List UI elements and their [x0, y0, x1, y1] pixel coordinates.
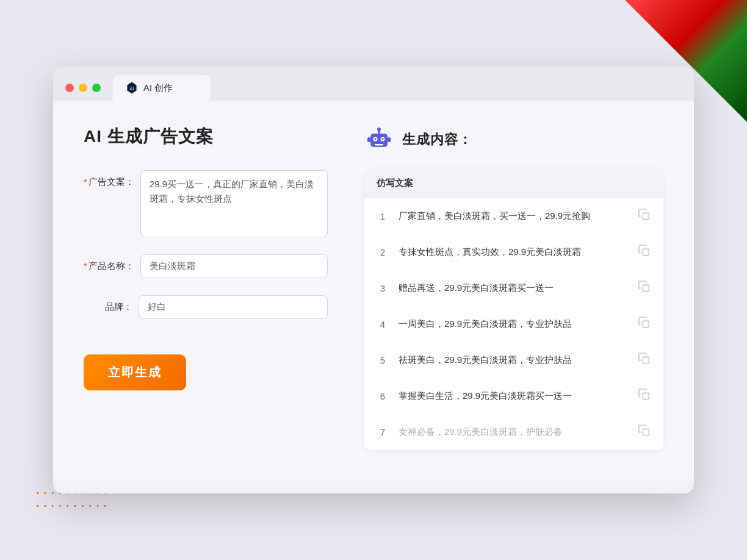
result-header: 生成内容：: [364, 125, 663, 154]
svg-rect-12: [643, 213, 649, 219]
row-number: 1: [377, 211, 389, 221]
table-row: 3赠品再送，29.9元美白淡斑霜买一送一: [364, 270, 663, 306]
page-title: AI 生成广告文案: [84, 125, 328, 148]
copy-icon[interactable]: [638, 208, 651, 224]
svg-rect-10: [367, 137, 370, 142]
tab-label: AI 创作: [143, 82, 173, 94]
copy-icon[interactable]: [638, 244, 651, 260]
table-row: 7女神必备，29.9元美白淡斑霜，护肤必备: [364, 414, 663, 450]
copy-icon[interactable]: [638, 388, 651, 404]
table-row: 6掌握美白生活，29.9元美白淡斑霜买一送一: [364, 378, 663, 414]
row-text: 祛斑美白，29.9元美白淡斑霜，专业护肤品: [399, 353, 628, 367]
robot-icon: [364, 125, 394, 154]
product-required: *: [84, 260, 87, 271]
row-number: 3: [377, 283, 389, 293]
product-name-input[interactable]: [140, 254, 328, 278]
product-name-label: *产品名称：: [84, 254, 134, 272]
table-header: 仿写文案: [364, 169, 663, 198]
copy-icon[interactable]: [638, 424, 651, 440]
svg-rect-17: [643, 393, 649, 399]
row-text: 一周美白，29.9元美白淡斑霜，专业护肤品: [399, 317, 628, 331]
product-name-form-group: *产品名称：: [84, 254, 328, 278]
result-rows-container: 1厂家直销，美白淡斑霜，买一送一，29.9元抢购 2专抹女性斑点，真实功效，29…: [364, 198, 663, 450]
result-title: 生成内容：: [402, 131, 472, 149]
window-controls: [65, 84, 101, 101]
left-panel: AI 生成广告文案 *广告文案： *产品名称： 品牌： 立: [84, 125, 328, 454]
brand-form-group: 品牌：: [84, 295, 328, 319]
svg-rect-14: [643, 285, 649, 291]
svg-rect-18: [643, 429, 649, 435]
row-text: 女神必备，29.9元美白淡斑霜，护肤必备: [399, 425, 628, 439]
svg-text:AI: AI: [129, 86, 134, 92]
generate-button[interactable]: 立即生成: [84, 354, 186, 390]
row-number: 6: [377, 391, 389, 401]
svg-point-6: [382, 138, 384, 140]
ad-copy-input[interactable]: [140, 170, 328, 237]
row-number: 4: [377, 319, 389, 329]
browser-chrome: AI AI 创作: [53, 66, 694, 101]
ad-copy-label: *广告文案：: [84, 170, 134, 188]
maximize-button[interactable]: [92, 84, 101, 92]
result-table: 仿写文案 1厂家直销，美白淡斑霜，买一送一，29.9元抢购 2专抹女性斑点，真实…: [364, 169, 663, 450]
brand-label: 品牌：: [84, 295, 132, 313]
svg-rect-16: [643, 357, 649, 363]
row-number: 2: [377, 247, 389, 257]
close-button[interactable]: [65, 84, 74, 92]
row-text: 赠品再送，29.9元美白淡斑霜买一送一: [399, 281, 628, 295]
svg-point-5: [375, 138, 377, 140]
row-number: 7: [377, 427, 389, 437]
ad-copy-form-group: *广告文案：: [84, 170, 328, 237]
copy-icon[interactable]: [638, 352, 651, 368]
row-text: 专抹女性斑点，真实功效，29.9元美白淡斑霜: [399, 245, 628, 259]
minimize-button[interactable]: [79, 84, 87, 92]
table-row: 4一周美白，29.9元美白淡斑霜，专业护肤品: [364, 306, 663, 342]
copy-icon[interactable]: [638, 280, 651, 296]
right-panel: 生成内容： 仿写文案 1厂家直销，美白淡斑霜，买一送一，29.9元抢购 2专抹女…: [364, 125, 663, 454]
row-number: 5: [377, 355, 389, 365]
svg-rect-11: [388, 137, 391, 142]
ad-copy-required: *: [84, 176, 87, 187]
svg-rect-15: [643, 321, 649, 327]
browser-window: AI AI 创作 AI 生成广告文案 *广告文案： *产品名称：: [53, 66, 694, 494]
svg-rect-7: [375, 144, 383, 146]
table-row: 5祛斑美白，29.9元美白淡斑霜，专业护肤品: [364, 342, 663, 378]
table-row: 2专抹女性斑点，真实功效，29.9元美白淡斑霜: [364, 234, 663, 270]
table-row: 1厂家直销，美白淡斑霜，买一送一，29.9元抢购: [364, 198, 663, 234]
row-text: 厂家直销，美白淡斑霜，买一送一，29.9元抢购: [399, 209, 628, 223]
svg-point-9: [377, 127, 381, 131]
svg-rect-13: [643, 249, 649, 255]
row-text: 掌握美白生活，29.9元美白淡斑霜买一送一: [399, 389, 628, 403]
brand-input[interactable]: [139, 295, 328, 319]
copy-icon[interactable]: [638, 316, 651, 332]
browser-tab[interactable]: AI AI 创作: [113, 75, 211, 101]
browser-content: AI 生成广告文案 *广告文案： *产品名称： 品牌： 立: [53, 101, 694, 479]
ai-tab-icon: AI: [125, 81, 139, 95]
